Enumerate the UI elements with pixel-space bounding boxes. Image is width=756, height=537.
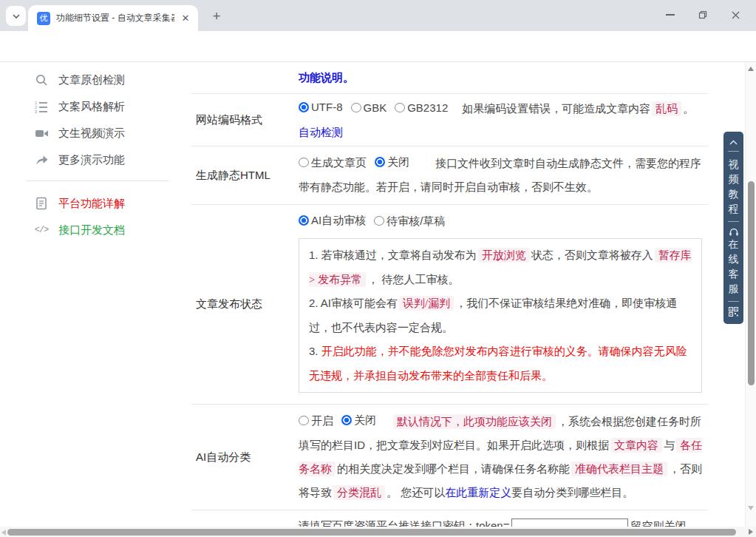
horizontal-scrollbar[interactable] [0,527,745,537]
qr-code-icon[interactable] [729,307,738,317]
row-label: 生成静态HTML [191,146,299,204]
text: 的相关度决定发到哪个栏目，请确保任务名称能 [337,462,570,475]
radio-icon [299,102,309,112]
floating-side-panel: 视频教程 在线客服 [723,132,743,324]
radio-label: UTF-8 [311,95,343,119]
text: 2. AI审核可能会有 [309,297,398,309]
sidebar-item-label: 更多演示功能 [58,153,125,167]
scroll-up-arrow-icon[interactable] [748,67,754,71]
sidebar-item-label: 文案风格解析 [58,100,125,114]
svg-text:3: 3 [35,109,37,113]
sidebar-divider [27,180,168,181]
radio-selected[interactable]: 关闭 [341,408,376,432]
panel-divider [728,221,739,222]
radio-label: 关闭 [354,408,376,432]
document-icon [34,196,49,211]
tab-close-icon[interactable]: ✕ [179,12,192,25]
scroll-left-arrow-icon[interactable] [1,530,6,536]
radio-option[interactable]: GB2312 [395,96,448,120]
browser-titlebar: 优 功能细节设置 - 自动文章采集器 ✕ + [0,0,756,31]
radio-icon [395,103,405,112]
row-content: 生成文章页关闭接口文件收到文章时自动生成静态文件，需要您的程序带有静态功能。若开… [299,146,708,204]
text-link[interactable]: 功能说明。 [299,71,354,84]
settings-row: 网站编码格式UTF-8GBKGB2312如果编码设置错误，可能造成文章内容乱码。… [191,94,708,146]
radio-label: AI自动审核 [311,209,366,232]
text: ， 待您人工审核。 [367,273,459,286]
minimize-icon [666,14,675,16]
search-icon [34,72,49,87]
scroll-right-arrow-icon[interactable] [749,529,753,535]
radio-icon [351,103,361,112]
online-service-button[interactable]: 在线客服 [728,237,740,296]
radio-option[interactable]: 开启 [299,409,333,433]
text: 。 您还可以 [386,486,445,499]
browser-tab[interactable]: 优 功能细节设置 - 自动文章采集器 ✕ [28,5,198,31]
radio-label: 关闭 [387,150,409,174]
radio-option[interactable]: 待审核/草稿 [374,209,445,233]
sidebar-item-text-to-video[interactable]: 文生视频演示 [0,120,191,146]
sidebar-item-platform-features[interactable]: 平台功能详解 [0,190,191,217]
row-content: 功能说明。 [299,62,708,93]
window-close-button[interactable] [719,0,752,30]
row-label: AI自动分类 [191,405,299,510]
video-camera-icon [34,126,49,141]
sidebar-item-more-demos[interactable]: 更多演示功能 [0,146,191,173]
vertical-scrollbar[interactable] [745,62,756,527]
warning-text: 开启此功能，并不能免除您对发布内容进行审核的义务。请确保内容无风险无违规，并承担… [309,345,687,382]
collapse-up-icon[interactable] [729,140,738,146]
code-icon: </> [34,223,49,237]
text: 。 [683,102,694,115]
sidebar-item-style-analysis[interactable]: 123 文案风格解析 [0,93,191,120]
highlight-text: 分类混乱 [333,485,385,500]
horizontal-scrollbar-thumb[interactable] [7,529,736,536]
radio-icon [375,157,385,167]
radio-selected[interactable]: 关闭 [375,150,409,174]
radio-option[interactable]: 生成文章页 [299,151,367,175]
highlight-text: 误判/漏判 [399,296,454,311]
scroll-down-arrow-icon[interactable] [748,506,754,510]
radio-selected[interactable]: AI自动审核 [299,209,366,232]
radio-option[interactable]: GBK [351,96,387,120]
text: 如果编码设置错误，可能造成文章内容 [462,102,650,115]
numbered-list-icon: 123 [34,99,49,114]
radio-label: GB2312 [407,96,448,120]
sidebar-item-label: 文生视频演示 [58,126,125,141]
sidebar-item-originality-check[interactable]: 文章原创检测 [0,67,191,93]
radio-icon [299,215,309,226]
highlight-text: 准确代表栏目主题 [571,462,667,476]
settings-row: AI自动分类开启关闭默认情况下，此项功能应该关闭，系统会根据您创建任务时所填写的… [191,405,708,510]
vertical-scrollbar-thumb[interactable] [748,181,755,385]
row-content: UTF-8GBKGB2312如果编码设置错误，可能造成文章内容乱码。 自动检测 [299,94,708,146]
row-label [191,62,299,93]
sidebar: 文章原创检测 123 文案风格解析 文生视频演示 更多演示功能 平台功能详解 [0,62,191,243]
window-minimize-button[interactable] [654,0,687,30]
headset-icon[interactable] [729,227,739,237]
scrollbar-corner [745,527,756,537]
row-content: 开启关闭默认情况下，此项功能应该关闭，系统会根据您创建任务时所填写的栏目ID，把… [299,405,708,510]
video-tutorial-button[interactable]: 视频教程 [728,157,740,216]
tab-search-button[interactable] [6,6,26,26]
sidebar-item-api-docs[interactable]: </> 接口开发文档 [0,217,191,243]
row-label: 文章发布状态 [191,205,299,404]
sidebar-item-label: 平台功能详解 [58,197,125,211]
radio-label: 待审核/草稿 [386,209,445,233]
panel-divider [728,301,739,302]
new-tab-button[interactable]: + [207,7,226,26]
text-link[interactable]: 在此重新定义 [445,486,511,499]
radio-label: 开启 [311,409,333,433]
settings-row: 生成静态HTML生成文章页关闭接口文件收到文章时自动生成静态文件，需要您的程序带… [191,146,708,205]
highlight-text: 默认情况下，此项功能应该关闭 [393,414,556,429]
radio-icon [341,415,352,425]
sidebar-item-label: 文章原创检测 [58,73,125,87]
tab-title: 功能细节设置 - 自动文章采集器 [56,12,174,24]
text-link[interactable]: 自动检测 [299,126,343,138]
settings-table: 功能说明。网站编码格式UTF-8GBKGB2312如果编码设置错误，可能造成文章… [191,62,708,537]
text: 1. 若审核通过，文章将自动发布为 [309,249,477,261]
row-label: 网站编码格式 [191,94,299,146]
window-restore-button[interactable] [687,0,719,30]
text: 3. [309,345,321,357]
highlight-text: 开放浏览 [478,248,530,263]
chevron-down-icon [12,13,21,19]
radio-selected[interactable]: UTF-8 [299,95,343,119]
page-content: 文章原创检测 123 文案风格解析 文生视频演示 更多演示功能 平台功能详解 [0,62,756,537]
